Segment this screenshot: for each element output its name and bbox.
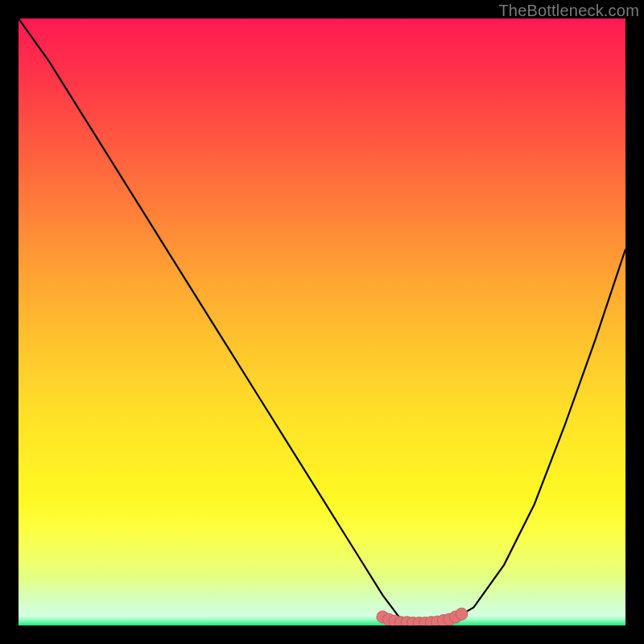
curve-layer: [19, 19, 625, 625]
plot-area: [19, 19, 625, 625]
bottom-marker-cluster: [377, 608, 468, 625]
chart-svg: [19, 19, 625, 625]
chart-frame: TheBottleneck.com: [0, 0, 644, 644]
watermark-text: TheBottleneck.com: [498, 2, 639, 20]
marker-dot: [456, 608, 468, 620]
bottleneck-curve: [19, 19, 625, 625]
